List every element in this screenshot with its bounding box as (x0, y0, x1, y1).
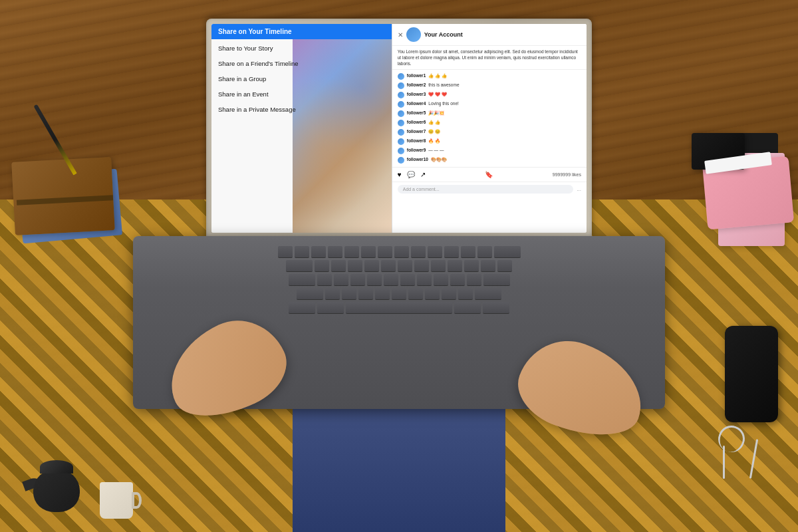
key[interactable] (442, 288, 456, 300)
comment-user: follower6 (407, 120, 426, 124)
key[interactable] (311, 246, 326, 258)
key[interactable] (334, 274, 348, 286)
key[interactable] (414, 260, 429, 272)
comment-user: follower3 (407, 92, 426, 96)
alt-key[interactable] (454, 302, 481, 314)
key[interactable] (398, 260, 412, 272)
share-in-group[interactable]: Share in a Group (211, 71, 392, 86)
key[interactable] (417, 274, 432, 286)
share-to-story[interactable]: Share to Your Story (211, 41, 392, 56)
enter-key[interactable] (483, 274, 510, 286)
teapot-body (33, 469, 80, 512)
key[interactable] (358, 288, 373, 300)
comment-user: follower1 (407, 73, 426, 78)
share-header: Share on Your Timeline (211, 24, 392, 39)
share-on-friends-timeline[interactable]: Share on a Friend's Timeline (211, 56, 392, 71)
laptop: Share on Your Timeline Share to Your Sto… (206, 19, 592, 271)
comment-icon[interactable]: 💬 (407, 171, 415, 178)
comment-row: follower9 — — — (392, 146, 587, 156)
key[interactable] (481, 260, 495, 272)
laptop-screen: Share on Your Timeline Share to Your Sto… (211, 24, 587, 233)
key[interactable] (381, 260, 396, 272)
key[interactable] (331, 260, 346, 272)
laptop-screen-bezel: Share on Your Timeline Share to Your Sto… (206, 19, 592, 238)
keyboard-rows (133, 236, 665, 323)
key[interactable] (384, 274, 398, 286)
shift-right-key[interactable] (475, 288, 501, 300)
comment-row: follower8 🔥 🔥 (392, 137, 587, 146)
key[interactable] (375, 288, 390, 300)
more-options-icon[interactable]: ... (577, 186, 581, 192)
comment-text: 👍 👍 (428, 120, 440, 125)
key[interactable] (295, 246, 309, 258)
key[interactable] (348, 260, 362, 272)
key[interactable] (477, 246, 492, 258)
notebook-stack (13, 146, 120, 239)
comment-row: follower7 😊 😊 (392, 128, 587, 137)
comment-text: ❤️ ❤️ ❤️ (428, 92, 447, 97)
post-text: You Lorem ipsum dolor sit amet, consecte… (392, 46, 587, 70)
like-icon[interactable]: ♥ (398, 171, 402, 178)
earphone-cord-left (723, 446, 725, 479)
key[interactable] (350, 274, 365, 286)
shift-left-key[interactable] (297, 288, 323, 300)
key[interactable] (364, 260, 379, 272)
key[interactable] (344, 246, 359, 258)
comment-user: follower5 (407, 110, 426, 115)
key[interactable] (425, 288, 440, 300)
ctrl-right-key[interactable] (483, 302, 509, 314)
key[interactable] (378, 246, 392, 258)
comment-avatar (398, 101, 404, 108)
key[interactable] (458, 288, 473, 300)
key[interactable] (464, 260, 479, 272)
comment-text: 🔥 🔥 (428, 138, 440, 144)
comment-text: — — — (428, 148, 444, 152)
feed-panel: ✕ Your Account You Lorem ipsum dolor sit… (392, 24, 587, 233)
bookmark-icon[interactable]: 🔖 (485, 171, 493, 178)
key[interactable] (428, 246, 442, 258)
key[interactable] (444, 246, 459, 258)
share-icon[interactable]: ↗ (420, 171, 426, 178)
comment-input[interactable]: Add a comment... (398, 185, 574, 194)
key[interactable] (467, 274, 481, 286)
comment-avatar (398, 82, 404, 89)
comment-row: follower5 🎉🎉💥 (392, 109, 587, 118)
comment-avatar (398, 73, 404, 80)
mug-body (100, 482, 133, 519)
key[interactable] (394, 246, 409, 258)
key[interactable] (400, 274, 415, 286)
key[interactable] (278, 246, 293, 258)
teapot (27, 452, 86, 512)
account-name: Your Account (424, 31, 463, 38)
key[interactable] (434, 274, 448, 286)
caps-key[interactable] (289, 274, 315, 286)
key[interactable] (461, 246, 475, 258)
key[interactable] (448, 260, 462, 272)
comment-avatar (398, 148, 404, 154)
backspace-key[interactable] (494, 246, 521, 258)
share-menu: Share to Your Story Share on a Friend's … (211, 39, 392, 118)
key[interactable] (367, 274, 382, 286)
key[interactable] (325, 288, 340, 300)
comment-user: follower7 (407, 129, 426, 134)
key[interactable] (328, 246, 342, 258)
key[interactable] (315, 260, 329, 272)
close-button[interactable]: ✕ (398, 31, 403, 39)
tab-key[interactable] (286, 260, 313, 272)
key[interactable] (342, 288, 356, 300)
comment-text: 😊 😊 (428, 129, 440, 134)
fn-key[interactable] (317, 302, 344, 314)
space-key[interactable] (346, 302, 452, 314)
key[interactable] (408, 288, 423, 300)
key[interactable] (411, 246, 426, 258)
ctrl-key[interactable] (289, 302, 315, 314)
key[interactable] (317, 274, 332, 286)
key[interactable] (450, 274, 465, 286)
share-in-event[interactable]: Share in an Event (211, 86, 392, 102)
comment-user: follower8 (407, 138, 426, 143)
key[interactable] (392, 288, 406, 300)
share-in-private-message[interactable]: Share in a Private Message (211, 102, 392, 117)
key[interactable] (361, 246, 376, 258)
key[interactable] (431, 260, 446, 272)
key[interactable] (497, 260, 512, 272)
